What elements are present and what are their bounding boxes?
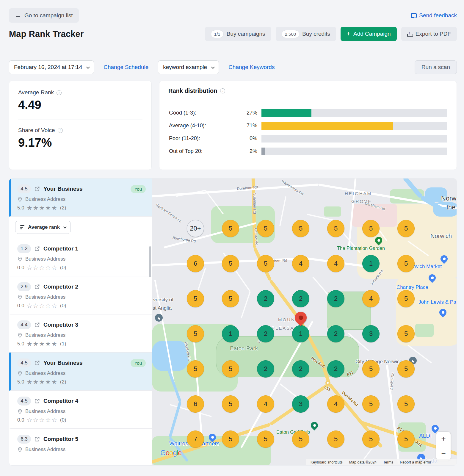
rank-marker[interactable]: 5 [292, 430, 309, 448]
change-keywords-link[interactable]: Change Keywords [228, 64, 275, 71]
sort-by-select[interactable]: Average rank [15, 221, 71, 234]
rank-marker[interactable]: 2 [257, 325, 274, 342]
rank-marker[interactable]: 5 [257, 430, 274, 448]
business-list-item[interactable]: 4.5 Your Business You Business Address 5… [9, 353, 152, 391]
credits-count-badge: 2,500 [282, 30, 300, 38]
business-list-item[interactable]: 4.5 Competitor 4 Business Address 0.0 ☆☆… [9, 391, 152, 429]
rank-marker[interactable]: 6 [187, 395, 204, 413]
rank-marker[interactable]: 5 [362, 395, 380, 413]
rank-marker[interactable]: 5 [222, 395, 239, 413]
external-link-icon[interactable] [35, 186, 40, 192]
header-top-row: ← Go to campaign list Send feedback [9, 0, 457, 23]
rank-marker[interactable]: 5 [292, 220, 309, 237]
go-to-campaign-list-button[interactable]: ← Go to campaign list [9, 8, 79, 23]
add-campaign-label: Add Campaign [353, 31, 391, 37]
export-to-pdf-button[interactable]: Export to PDF [401, 27, 457, 41]
rank-marker[interactable]: 5 [222, 220, 239, 237]
external-link-icon[interactable] [35, 436, 40, 442]
rank-marker[interactable]: 5 [397, 430, 415, 448]
grad-pin [155, 314, 163, 322]
rank-marker[interactable]: 5 [222, 255, 239, 272]
rank-marker[interactable]: 5 [362, 220, 380, 237]
business-list-item[interactable]: 4.4 Competitor 3 Business Address 5.0 ★★… [9, 314, 152, 353]
distribution-bar-track [261, 122, 447, 130]
rank-marker[interactable]: 2 [292, 290, 309, 307]
rank-marker[interactable]: 2 [257, 290, 274, 307]
rank-marker[interactable]: 3 [362, 325, 380, 342]
business-address: Business Address [25, 370, 65, 376]
rank-marker[interactable]: 5 [187, 290, 204, 307]
rank-marker[interactable]: 1 [292, 325, 309, 342]
info-icon[interactable]: i [57, 90, 62, 95]
rank-marker[interactable]: 1 [222, 325, 239, 342]
rank-marker[interactable]: 2 [257, 360, 274, 378]
rank-marker[interactable]: 2 [292, 360, 309, 378]
rank-marker[interactable]: 5 [397, 360, 415, 378]
rank-marker[interactable]: 2 [327, 325, 344, 342]
rank-badge: 4.5 [17, 358, 31, 367]
rank-marker[interactable]: 4 [362, 290, 380, 307]
rank-marker[interactable]: 5 [222, 290, 239, 307]
send-feedback-link[interactable]: Send feedback [411, 12, 457, 19]
rank-marker[interactable]: 1 [362, 255, 380, 272]
rank-marker[interactable]: 5 [362, 430, 380, 448]
rank-marker[interactable]: 6 [187, 255, 204, 272]
external-link-icon[interactable] [35, 284, 40, 289]
map-label: st Anglia [153, 305, 172, 311]
keyword-select[interactable]: keyword example [158, 60, 219, 74]
zoom-out-button[interactable]: − [436, 446, 451, 461]
info-icon[interactable]: i [58, 128, 63, 133]
rank-marker[interactable]: 5 [397, 290, 415, 307]
terms-link[interactable]: Terms [383, 460, 393, 464]
rank-marker[interactable]: 20+ [187, 220, 204, 237]
rank-marker[interactable]: 5 [187, 325, 204, 342]
location-pin-icon [17, 256, 23, 262]
rank-marker[interactable]: 5 [327, 220, 344, 237]
header-divider [0, 47, 464, 47]
rank-marker[interactable]: 2 [327, 360, 344, 378]
external-link-icon[interactable] [35, 246, 40, 251]
business-list-item[interactable]: 4.5 Your Business You Business Address 5… [9, 178, 152, 217]
rank-marker[interactable]: 4 [327, 395, 344, 413]
rank-marker[interactable]: 2 [327, 290, 344, 307]
business-list-item[interactable]: 1.2 Competitor 1 Business Address 0.0 ☆☆… [9, 238, 152, 276]
scan-date-select[interactable]: February 16, 2024 at 17:14 [9, 60, 94, 74]
rank-map[interactable]: Dereham RdWaterworks RdDereham RdGuardia… [152, 178, 457, 465]
export-icon [407, 31, 413, 37]
buy-credits-button[interactable]: 2,500 Buy credits [276, 27, 336, 41]
run-a-scan-button[interactable]: Run a scan [415, 60, 457, 74]
rank-marker[interactable]: 5 [222, 360, 239, 378]
rank-marker[interactable]: 5 [257, 255, 274, 272]
rank-marker[interactable]: 5 [397, 220, 415, 237]
rank-marker[interactable]: 5 [397, 325, 415, 342]
rank-marker[interactable]: 4 [292, 255, 309, 272]
rank-marker[interactable]: 5 [397, 395, 415, 413]
rank-marker[interactable]: 4 [257, 395, 274, 413]
list-scrollbar[interactable] [149, 246, 151, 277]
report-map-error-link[interactable]: Report a map error [400, 460, 431, 464]
rank-marker[interactable]: 5 [397, 255, 415, 272]
external-link-icon[interactable] [35, 322, 40, 328]
zoom-in-button[interactable]: + [436, 432, 451, 446]
rank-marker[interactable]: 5 [327, 430, 344, 448]
rank-marker[interactable]: 4 [327, 255, 344, 272]
business-name: Competitor 2 [43, 284, 78, 290]
business-list-item[interactable]: 6.3 Competitor 5 Business Address [9, 429, 152, 458]
rank-marker[interactable]: 5 [257, 220, 274, 237]
buy-campaigns-button[interactable]: 1/1 Buy campaigns [205, 27, 271, 41]
keyboard-shortcuts-link[interactable]: Keyboard shortcuts [311, 460, 343, 464]
rank-marker[interactable]: 3 [292, 395, 309, 413]
rank-marker[interactable]: 5 [187, 360, 204, 378]
external-link-icon[interactable] [35, 398, 40, 404]
rank-marker[interactable]: 5 [362, 360, 380, 378]
rank-marker[interactable]: 7 [187, 430, 204, 448]
business-name: Competitor 4 [43, 398, 78, 404]
change-schedule-link[interactable]: Change Schedule [104, 64, 148, 71]
rank-distribution-card: Rank distribution i Good (1-3): 27% Aver… [159, 81, 457, 170]
rank-marker[interactable]: 5 [222, 430, 239, 448]
business-list-item[interactable]: 2.9 Competitor 2 Business Address 0.0 ☆☆… [9, 276, 152, 314]
external-link-icon[interactable] [35, 360, 40, 366]
add-campaign-button[interactable]: + Add Campaign [341, 27, 397, 41]
info-icon[interactable]: i [220, 88, 225, 93]
distribution-row: Average (4-10): 71% [169, 119, 447, 132]
